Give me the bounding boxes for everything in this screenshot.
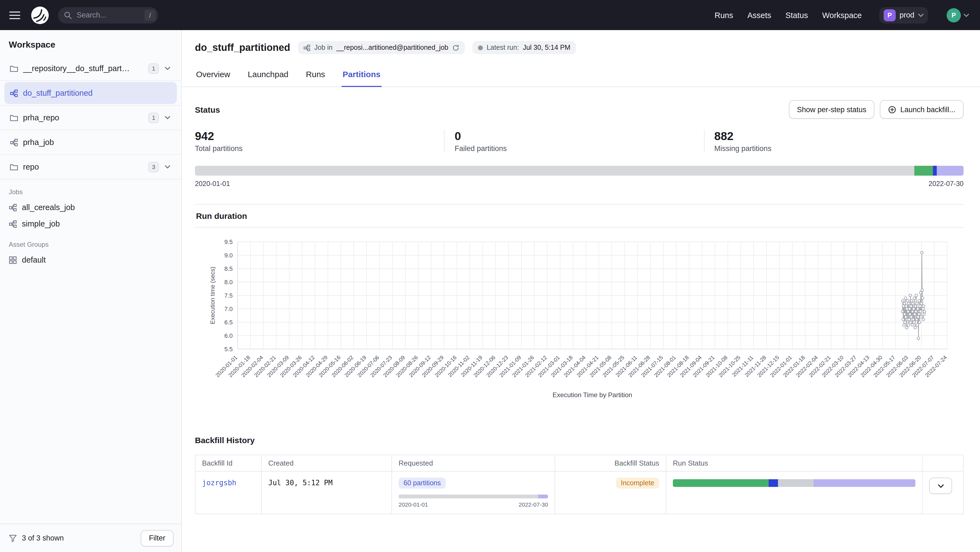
nav-links: Runs Assets Status Workspace P prod P <box>714 7 969 23</box>
chevron-down-icon <box>918 13 924 17</box>
repo-name: __repository__do_stuff_partitio... <box>23 64 130 73</box>
sidebar-item-default-asset-group[interactable]: default <box>0 252 181 268</box>
partition-range-end: 2022-07-30 <box>929 180 964 188</box>
sidebar-job-do-stuff-partitioned[interactable]: do_stuff_partitioned <box>5 82 177 104</box>
deployment-name: prod <box>899 11 914 19</box>
sidebar-item-simple-job[interactable]: simple_job <box>0 216 181 232</box>
stat-total-partitions: 942 Total partitions <box>195 130 444 152</box>
nav-link-runs[interactable]: Runs <box>714 11 733 19</box>
sidebar-repo-repository-do-stuff[interactable]: __repository__do_stuff_partitio... 1 <box>5 57 177 79</box>
stat-value: 942 <box>195 130 444 143</box>
search-input[interactable] <box>76 10 141 20</box>
folder-icon <box>10 114 18 121</box>
stat-failed-partitions: 0 Failed partitions <box>444 130 704 152</box>
backfill-id-link[interactable]: jozrgsbh <box>202 479 236 487</box>
chevron-down-icon <box>964 13 969 17</box>
sidebar-repo-repo[interactable]: repo 3 <box>5 156 177 178</box>
requested-partitions-chip[interactable]: 60 partitions <box>399 477 445 489</box>
run-duration-heading: Run duration <box>196 211 963 220</box>
stat-label: Failed partitions <box>455 144 704 152</box>
search-icon <box>64 11 72 19</box>
job-icon <box>9 220 17 228</box>
button-label: Launch backfill... <box>900 105 955 114</box>
job-origin-link[interactable]: __reposi...artitioned@partitioned_job <box>336 44 449 51</box>
stat-label: Missing partitions <box>714 144 964 152</box>
job-name: do_stuff_partitioned <box>23 89 92 97</box>
col-created: Created <box>261 455 392 471</box>
nav-link-assets[interactable]: Assets <box>747 11 771 19</box>
deployment-switcher[interactable]: P prod <box>879 7 928 23</box>
user-menu[interactable]: P <box>947 8 969 22</box>
repo-caret-icon[interactable] <box>164 164 171 170</box>
svg-text:8.5: 8.5 <box>224 265 233 272</box>
backfill-created: Jul 30, 5:12 PM <box>268 479 332 487</box>
col-requested: Requested <box>392 455 555 471</box>
run-status-bar[interactable] <box>673 479 915 487</box>
svg-text:9.0: 9.0 <box>224 252 233 259</box>
sidebar-job-prha-job[interactable]: prha_job <box>5 131 177 153</box>
sidebar-title: Workspace <box>0 30 181 56</box>
svg-text:7.5: 7.5 <box>224 292 233 299</box>
svg-text:Execution Time by Partition: Execution Time by Partition <box>553 391 632 398</box>
col-actions <box>922 455 963 471</box>
filter-funnel-icon <box>9 534 17 542</box>
button-label: Show per-step status <box>797 105 866 114</box>
svg-text:6.5: 6.5 <box>224 319 233 326</box>
plus-circle-icon <box>888 105 897 114</box>
top-navbar: / Runs Assets Status Workspace P prod P <box>0 0 980 30</box>
stat-value: 882 <box>714 130 964 143</box>
tab-launchpad[interactable]: Launchpad <box>247 64 290 86</box>
stat-missing-partitions: 882 Missing partitions <box>704 130 964 152</box>
backfill-status-badge: Incomplete <box>616 477 659 489</box>
deployment-avatar: P <box>884 9 896 21</box>
filter-button[interactable]: Filter <box>141 530 173 546</box>
svg-text:9.5: 9.5 <box>224 238 233 245</box>
show-per-step-status-button[interactable]: Show per-step status <box>789 100 875 119</box>
job-name: all_cereals_job <box>22 203 75 212</box>
main-panel: do_stuff_partitioned Job in __reposi...a… <box>182 30 980 552</box>
run-duration-chart-svg: 2020-01-012020-01-182020-02-042020-02-21… <box>207 235 951 400</box>
col-backfill-status: Backfill Status <box>555 455 666 471</box>
run-duration-chart: 2020-01-012020-01-182020-02-042020-02-21… <box>195 228 964 400</box>
svg-text:5.5: 5.5 <box>224 346 233 352</box>
job-icon <box>10 138 18 146</box>
col-backfill-id: Backfill Id <box>195 455 261 471</box>
table-header-row: Backfill Id Created Requested Backfill S… <box>195 455 963 471</box>
sidebar-item-all-cereals-job[interactable]: all_cereals_job <box>0 199 181 216</box>
job-name: prha_job <box>23 138 54 147</box>
repo-caret-icon[interactable] <box>164 66 171 71</box>
asset-group-name: default <box>22 255 46 264</box>
dagster-logo[interactable] <box>30 5 50 25</box>
shown-count-text: 3 of 3 shown <box>22 534 64 542</box>
sidebar-repo-prha-repo[interactable]: prha_repo 1 <box>5 107 177 128</box>
repo-caret-icon[interactable] <box>164 115 171 121</box>
folder-icon <box>10 163 18 170</box>
chevron-down-icon <box>937 484 943 488</box>
svg-text:8.0: 8.0 <box>224 279 233 286</box>
asset-groups-section-label: Asset Groups <box>9 241 172 248</box>
stat-label: Total partitions <box>195 144 444 152</box>
repo-count-badge: 1 <box>148 113 159 123</box>
tab-runs[interactable]: Runs <box>305 64 326 86</box>
workspace-sidebar: Workspace __repository__do_stuff_partiti… <box>0 30 182 552</box>
svg-text:6.0: 6.0 <box>224 332 233 339</box>
row-expand-button[interactable] <box>929 477 952 494</box>
repo-count-badge: 3 <box>148 162 159 172</box>
nav-link-workspace[interactable]: Workspace <box>822 11 862 19</box>
reload-icon[interactable] <box>452 44 459 51</box>
backfill-history-table: Backfill Id Created Requested Backfill S… <box>195 455 964 514</box>
repo-count-badge: 1 <box>148 63 159 74</box>
nav-link-status[interactable]: Status <box>785 11 808 19</box>
hamburger-menu-icon[interactable] <box>8 8 22 22</box>
partition-status-bar[interactable] <box>195 166 964 176</box>
tab-partitions[interactable]: Partitions <box>342 64 382 87</box>
repo-name: prha_repo <box>23 113 59 122</box>
latest-run-time[interactable]: Jul 30, 5:14 PM <box>523 44 571 51</box>
folder-icon <box>10 65 18 72</box>
stat-value: 0 <box>455 130 704 143</box>
col-run-status: Run Status <box>666 455 922 471</box>
partition-stats: 942 Total partitions 0 Failed partitions… <box>195 130 964 152</box>
job-origin-chip: Job in __reposi...artitioned@partitioned… <box>298 41 465 54</box>
launch-backfill-button[interactable]: Launch backfill... <box>880 100 964 119</box>
tab-overview[interactable]: Overview <box>195 64 231 86</box>
